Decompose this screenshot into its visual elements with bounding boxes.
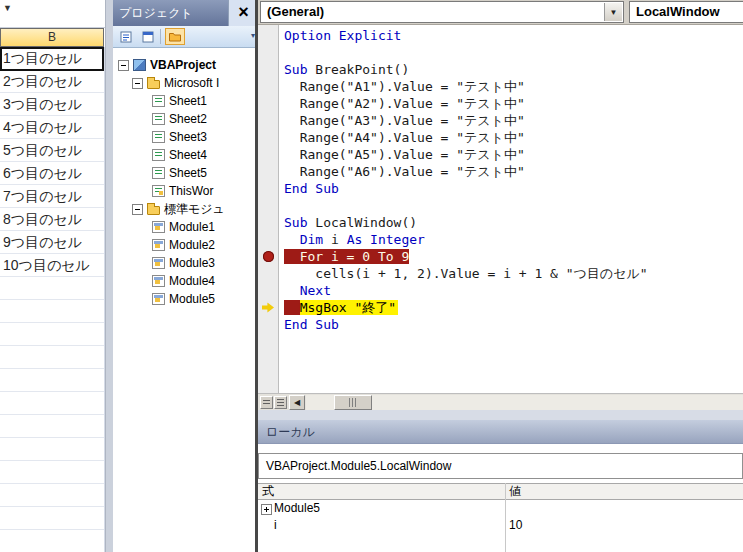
excel-cell[interactable]: 4つ目のセル [0,116,104,139]
expand-toggle-icon[interactable] [132,204,143,215]
code-line: MsgBox "終了" [280,299,743,316]
tree-item-folder[interactable]: 標準モジュ [113,200,258,218]
tree-item[interactable]: Sheet4 [113,146,258,164]
excel-cell[interactable] [0,369,104,392]
full-module-view-icon [277,399,284,407]
excel-cell[interactable]: 9つ目のセル [0,231,104,254]
expand-icon[interactable] [261,504,272,515]
module-icon [152,293,165,305]
project-tree: VBAProjectMicrosoft ISheet1Sheet2Sheet3S… [113,48,258,552]
locals-context-box: VBAProject.Module5.LocalWindow [258,453,743,479]
code-editor[interactable]: Option ExplicitSub BreakPoint() Range("A… [280,25,743,395]
tree-item-label: Module5 [169,292,215,306]
margin-cell[interactable] [258,265,278,282]
margin-cell[interactable] [258,282,278,299]
tree-item[interactable]: Sheet2 [113,110,258,128]
column-divider[interactable] [505,483,506,552]
excel-cell[interactable]: 8つ目のセル [0,208,104,231]
excel-cell[interactable] [0,507,104,530]
excel-cell[interactable] [0,346,104,369]
procedure-dropdown[interactable]: LocalWindow ▼ [629,1,743,23]
horizontal-scrollbar-thumb[interactable] [334,395,372,410]
tree-item[interactable]: Module2 [113,236,258,254]
tree-item[interactable]: Module3 [113,254,258,272]
expand-toggle-icon[interactable] [132,78,143,89]
column-header-b[interactable]: B [0,28,104,47]
margin-cell[interactable] [258,316,278,333]
procedure-view-button[interactable] [260,396,273,409]
margin-cell[interactable] [258,299,278,316]
code-token: Range("A4").Value = "テスト中" [284,130,525,145]
margin-cell[interactable] [258,163,278,180]
margin-cell[interactable] [258,61,278,78]
excel-cell[interactable]: 1つ目のセル [0,47,104,70]
locals-row[interactable]: Module5 [258,500,743,517]
margin-cell[interactable] [258,214,278,231]
code-header-bar: (General) ▼ LocalWindow ▼ [258,0,743,25]
excel-cell[interactable] [0,461,104,484]
code-scrollbar-row: ◀ [258,393,743,410]
view-code-button[interactable] [116,28,136,45]
full-module-view-button[interactable] [274,396,287,409]
excel-cell[interactable] [0,323,104,346]
code-line: cells(i + 1, 2).Value = i + 1 & "つ目のセル" [280,265,743,282]
margin-cell[interactable] [258,112,278,129]
breakpoint-margin[interactable] [258,25,279,393]
tree-item-label: Module3 [169,256,215,270]
excel-cell[interactable]: 10つ目のセル [0,254,104,277]
tree-item[interactable]: ThisWor [113,182,258,200]
code-token: End Sub [284,317,339,332]
tree-item[interactable]: Sheet5 [113,164,258,182]
margin-cell[interactable] [258,95,278,112]
code-line: Range("A4").Value = "テスト中" [280,129,743,146]
excel-cell[interactable]: 3つ目のセル [0,93,104,116]
horizontal-scrollbar-track[interactable] [306,395,743,410]
excel-cell[interactable] [0,392,104,415]
tree-item-label: Sheet4 [169,148,207,162]
tree-item-folder[interactable]: Microsoft I [113,74,258,92]
locals-row[interactable]: i10 [258,517,743,534]
tree-item[interactable]: Module1 [113,218,258,236]
code-token [284,283,300,298]
sheet-icon [152,113,165,125]
code-token: As [347,232,363,247]
scroll-left-arrow-icon[interactable]: ◀ [289,395,305,410]
object-dropdown[interactable]: (General) ▼ [260,1,624,23]
toggle-folders-button[interactable] [165,28,185,45]
excel-cell[interactable]: 6つ目のセル [0,162,104,185]
tree-item[interactable]: Module4 [113,272,258,290]
view-object-button[interactable] [138,28,158,45]
excel-cell[interactable] [0,530,104,552]
tree-item-root[interactable]: VBAProject [113,56,258,74]
excel-cell[interactable] [0,438,104,461]
close-icon[interactable]: × [228,0,258,26]
margin-cell[interactable] [258,180,278,197]
code-line: End Sub [280,316,743,333]
excel-cell[interactable] [0,415,104,438]
excel-cell[interactable] [0,300,104,323]
margin-cell[interactable] [258,248,278,265]
margin-cell[interactable] [258,44,278,61]
excel-cell[interactable]: 5つ目のセル [0,139,104,162]
scrollbar-grip-icon [349,398,357,407]
excel-cell[interactable] [0,484,104,507]
tree-item[interactable]: Sheet1 [113,92,258,110]
margin-cell[interactable] [258,197,278,214]
tree-item[interactable]: Module5 [113,290,258,308]
expand-toggle-icon[interactable] [118,60,129,71]
margin-cell[interactable] [258,231,278,248]
folder-icon [147,80,160,89]
chevron-down-icon[interactable]: ▼ [604,3,622,21]
locals-window: ローカル VBAProject.Module5.LocalWindow 式 値 … [258,420,743,552]
excel-cell[interactable]: 7つ目のセル [0,185,104,208]
margin-cell[interactable] [258,78,278,95]
excel-cell[interactable] [0,277,104,300]
margin-cell[interactable] [258,27,278,44]
margin-cell[interactable] [258,146,278,163]
excel-cell[interactable]: 2つ目のセル [0,70,104,93]
margin-cell[interactable] [258,129,278,146]
tree-item[interactable]: Sheet3 [113,128,258,146]
code-token: Range("A1").Value = "テスト中" [284,79,525,94]
window-gap [258,410,743,420]
name-box-dropdown-icon[interactable]: ▼ [3,3,12,13]
